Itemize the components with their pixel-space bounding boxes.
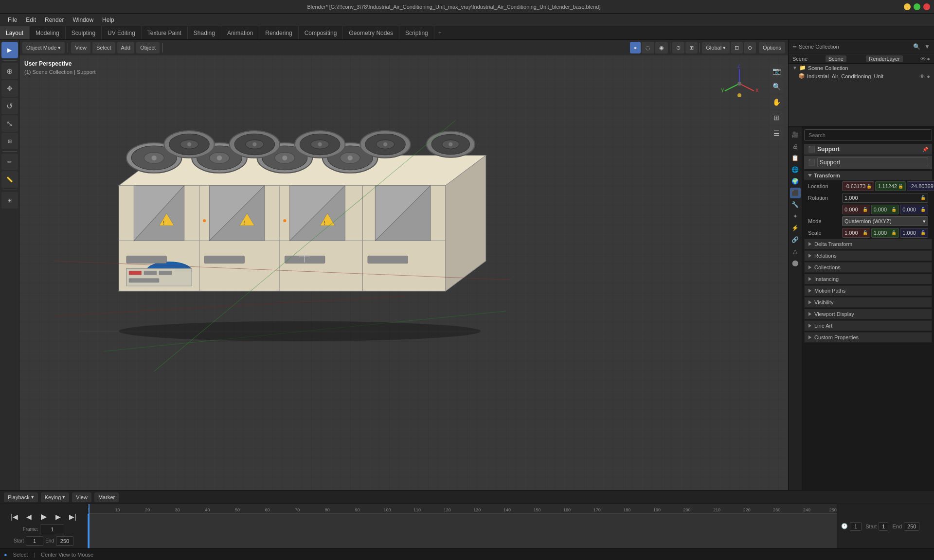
delta-transform-header[interactable]: Delta Transform bbox=[804, 239, 932, 249]
outliner-scene-collection[interactable]: ▼ 📁 Scene Collection bbox=[789, 64, 934, 72]
annotate-tool-btn[interactable]: ✏ bbox=[1, 154, 18, 170]
move-tool-btn[interactable]: ✥ bbox=[1, 80, 18, 97]
scale-tool-btn[interactable]: ⤡ bbox=[1, 115, 18, 132]
data-props-icon[interactable]: △ bbox=[790, 246, 801, 257]
object-props-icon[interactable]: ⬛ bbox=[790, 188, 801, 198]
object-menu-btn[interactable]: Object bbox=[136, 42, 160, 53]
rotation-w-value[interactable]: 1.000 🔓 bbox=[842, 193, 928, 203]
rotation-y-value[interactable]: 0.000 🔓 bbox=[871, 205, 899, 214]
modifier-props-icon[interactable]: 🔧 bbox=[790, 199, 801, 210]
ac-unit-render-icon[interactable]: ● bbox=[927, 73, 930, 79]
scale-y-lock[interactable]: 🔓 bbox=[891, 230, 897, 235]
custom-properties-header[interactable]: Custom Properties bbox=[804, 332, 932, 343]
motion-paths-header[interactable]: Motion Paths bbox=[804, 285, 932, 296]
location-y-lock[interactable]: 🔓 bbox=[898, 184, 903, 189]
collections-header[interactable]: Collections bbox=[804, 262, 932, 273]
scale-z-value[interactable]: 1.000 🔓 bbox=[900, 228, 928, 238]
location-z-value[interactable]: -24.80369 🔓 bbox=[907, 181, 934, 191]
rotation-y-lock[interactable]: 🔓 bbox=[891, 207, 897, 212]
rotation-w-lock[interactable]: 🔓 bbox=[920, 195, 926, 200]
viewport-shading-wireframe[interactable]: ◌ bbox=[642, 42, 654, 53]
viewport-shading-rendered[interactable]: ◉ bbox=[655, 42, 668, 53]
end-frame-input[interactable] bbox=[56, 536, 73, 546]
tab-uv-editing[interactable]: UV Editing bbox=[102, 26, 142, 39]
transform-tool-btn[interactable]: ⊞ bbox=[1, 133, 18, 149]
global-local-dropdown[interactable]: Global▾ bbox=[702, 42, 730, 53]
rotation-z-lock[interactable]: 🔓 bbox=[920, 207, 926, 212]
rotation-z-value[interactable]: 0.000 🔓 bbox=[900, 205, 928, 214]
jump-end-btn[interactable]: ▶| bbox=[67, 511, 79, 523]
object-header-pin[interactable]: 📌 bbox=[922, 147, 928, 152]
object-mode-dropdown[interactable]: Object Mode ▾ bbox=[22, 42, 65, 53]
add-object-btn[interactable]: ⊞ bbox=[1, 192, 18, 209]
add-workspace-button[interactable]: + bbox=[434, 26, 446, 39]
viewport-shading-solid[interactable]: ● bbox=[630, 42, 641, 53]
tab-scripting[interactable]: Scripting bbox=[399, 26, 434, 39]
relations-header[interactable]: Relations bbox=[804, 250, 932, 261]
viewport-display-header[interactable]: Viewport Display bbox=[804, 309, 932, 319]
proportional-edit-btn[interactable]: ⊙ bbox=[744, 42, 756, 53]
world-props-icon[interactable]: 🌍 bbox=[790, 176, 801, 187]
jump-start-btn[interactable]: |◀ bbox=[9, 511, 20, 523]
rotation-x-lock[interactable]: 🔓 bbox=[862, 207, 868, 212]
tab-modeling[interactable]: Modeling bbox=[30, 26, 66, 39]
menu-file[interactable]: File bbox=[4, 16, 21, 24]
properties-search[interactable] bbox=[804, 129, 932, 141]
render-props-icon[interactable]: 🎥 bbox=[790, 129, 801, 140]
scale-y-value[interactable]: 1.000 🔓 bbox=[871, 228, 899, 238]
location-y-value[interactable]: 1.11242 🔓 bbox=[875, 181, 906, 191]
rotation-x-value[interactable]: 0.000 🔓 bbox=[842, 205, 870, 214]
ac-unit-view-icon[interactable]: 👁 bbox=[919, 73, 925, 79]
line-art-header[interactable]: Line Art bbox=[804, 320, 932, 331]
tab-geometry-nodes[interactable]: Geometry Nodes bbox=[343, 26, 399, 39]
marker-btn[interactable]: Marker bbox=[94, 492, 119, 502]
playback-btn[interactable]: Playback ▾ bbox=[4, 492, 38, 502]
viewport-overlay-btn[interactable]: ⊙ bbox=[672, 42, 684, 53]
physics-props-icon[interactable]: ⚡ bbox=[790, 223, 801, 233]
timeline-view-btn[interactable]: View bbox=[72, 492, 91, 502]
viewport[interactable]: Object Mode ▾ View Select Add Object ● ◌… bbox=[19, 40, 788, 490]
menu-edit[interactable]: Edit bbox=[22, 16, 40, 24]
instancing-header[interactable]: Instancing bbox=[804, 274, 932, 284]
tab-compositing[interactable]: Compositing bbox=[299, 26, 343, 39]
rotation-mode-select[interactable]: Quaternion (WXYZ) ▾ bbox=[842, 216, 928, 226]
constraints-props-icon[interactable]: 🔗 bbox=[790, 234, 801, 245]
menu-window[interactable]: Window bbox=[69, 16, 97, 24]
add-menu-btn[interactable]: Add bbox=[117, 42, 135, 53]
particles-props-icon[interactable]: ✦ bbox=[790, 211, 801, 222]
transform-section-header[interactable]: Transform bbox=[804, 171, 932, 180]
object-section-header[interactable]: ⬛ Support 📌 bbox=[804, 144, 932, 155]
output-props-icon[interactable]: 🖨 bbox=[790, 141, 801, 152]
rotate-tool-btn[interactable]: ↺ bbox=[1, 98, 18, 114]
play-btn[interactable]: ▶ bbox=[38, 511, 50, 523]
start-frame-input[interactable] bbox=[26, 536, 43, 546]
tab-texture-paint[interactable]: Texture Paint bbox=[142, 26, 188, 39]
tab-layout[interactable]: Layout bbox=[0, 26, 30, 39]
tab-shading[interactable]: Shading bbox=[188, 26, 221, 39]
location-x-value[interactable]: -0.63173 🔓 bbox=[842, 181, 874, 191]
close-button[interactable] bbox=[923, 3, 930, 10]
scale-z-lock[interactable]: 🔓 bbox=[920, 230, 926, 235]
menu-help[interactable]: Help bbox=[98, 16, 118, 24]
outliner-search-icon[interactable]: 🔍 bbox=[913, 43, 920, 50]
menu-render[interactable]: Render bbox=[41, 16, 68, 24]
keying-btn[interactable]: Keying ▾ bbox=[41, 492, 70, 502]
minimize-button[interactable] bbox=[904, 3, 911, 10]
tab-animation[interactable]: Animation bbox=[221, 26, 259, 39]
viewport-gizmo-btn[interactable]: ⊞ bbox=[685, 42, 698, 53]
timeline-ruler[interactable]: 1 10 20 30 40 50 60 70 80 90 100 110 120… bbox=[88, 504, 837, 548]
select-menu-btn[interactable]: Select bbox=[92, 42, 115, 53]
current-frame-input[interactable] bbox=[40, 525, 64, 534]
object-name-value[interactable]: Support bbox=[817, 158, 928, 167]
measure-tool-btn[interactable]: 📏 bbox=[1, 171, 18, 188]
scene-name[interactable]: Scene bbox=[826, 55, 846, 62]
cursor-tool-btn[interactable]: ⊕ bbox=[1, 63, 18, 79]
tab-sculpting[interactable]: Sculpting bbox=[66, 26, 102, 39]
next-frame-btn[interactable]: ▶ bbox=[53, 511, 64, 523]
options-btn[interactable]: Options bbox=[759, 42, 785, 53]
outliner-filter-icon[interactable]: ▼ bbox=[924, 43, 930, 50]
snap-btn[interactable]: ⊡ bbox=[731, 42, 743, 53]
view-layer-props-icon[interactable]: 📋 bbox=[790, 153, 801, 163]
view-menu-btn[interactable]: View bbox=[71, 42, 90, 53]
scene-props-icon[interactable]: 🌐 bbox=[790, 164, 801, 175]
